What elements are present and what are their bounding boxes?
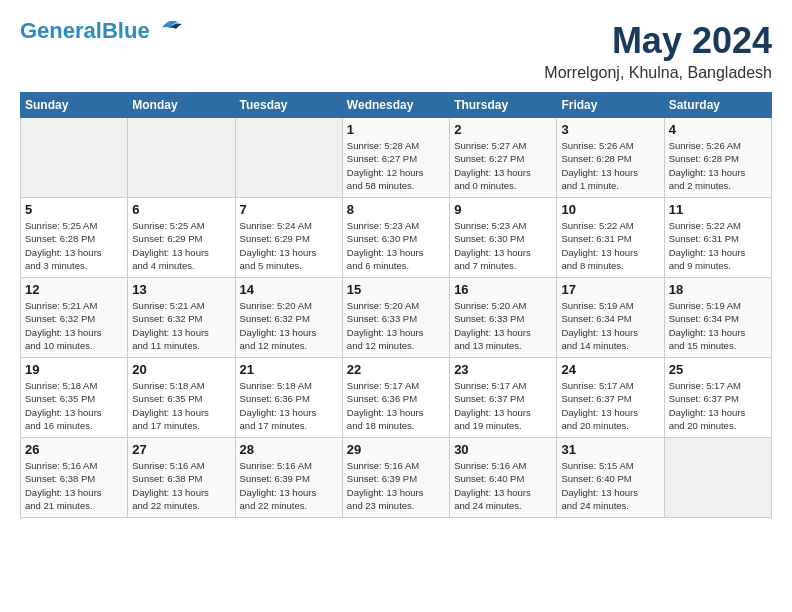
day-number: 19 [25,362,123,377]
calendar-cell: 24Sunrise: 5:17 AM Sunset: 6:37 PM Dayli… [557,358,664,438]
calendar-cell: 14Sunrise: 5:20 AM Sunset: 6:32 PM Dayli… [235,278,342,358]
day-number: 5 [25,202,123,217]
day-info: Sunrise: 5:16 AM Sunset: 6:38 PM Dayligh… [132,459,230,512]
day-number: 3 [561,122,659,137]
calendar-cell: 12Sunrise: 5:21 AM Sunset: 6:32 PM Dayli… [21,278,128,358]
calendar-cell: 25Sunrise: 5:17 AM Sunset: 6:37 PM Dayli… [664,358,771,438]
calendar-cell: 27Sunrise: 5:16 AM Sunset: 6:38 PM Dayli… [128,438,235,518]
day-info: Sunrise: 5:19 AM Sunset: 6:34 PM Dayligh… [561,299,659,352]
calendar-cell: 3Sunrise: 5:26 AM Sunset: 6:28 PM Daylig… [557,118,664,198]
calendar-cell: 18Sunrise: 5:19 AM Sunset: 6:34 PM Dayli… [664,278,771,358]
day-info: Sunrise: 5:17 AM Sunset: 6:37 PM Dayligh… [669,379,767,432]
day-info: Sunrise: 5:15 AM Sunset: 6:40 PM Dayligh… [561,459,659,512]
calendar-table: SundayMondayTuesdayWednesdayThursdayFrid… [20,92,772,518]
day-number: 10 [561,202,659,217]
day-info: Sunrise: 5:17 AM Sunset: 6:37 PM Dayligh… [454,379,552,432]
calendar-cell [664,438,771,518]
calendar-cell: 6Sunrise: 5:25 AM Sunset: 6:29 PM Daylig… [128,198,235,278]
calendar-cell: 10Sunrise: 5:22 AM Sunset: 6:31 PM Dayli… [557,198,664,278]
calendar-body: 1Sunrise: 5:28 AM Sunset: 6:27 PM Daylig… [21,118,772,518]
day-number: 2 [454,122,552,137]
day-info: Sunrise: 5:23 AM Sunset: 6:30 PM Dayligh… [454,219,552,272]
day-info: Sunrise: 5:21 AM Sunset: 6:32 PM Dayligh… [132,299,230,352]
day-info: Sunrise: 5:17 AM Sunset: 6:37 PM Dayligh… [561,379,659,432]
location: Morrelgonj, Khulna, Bangladesh [544,64,772,82]
calendar-header-row: SundayMondayTuesdayWednesdayThursdayFrid… [21,93,772,118]
calendar-cell: 5Sunrise: 5:25 AM Sunset: 6:28 PM Daylig… [21,198,128,278]
month-year: May 2024 [544,20,772,62]
day-info: Sunrise: 5:24 AM Sunset: 6:29 PM Dayligh… [240,219,338,272]
column-header-sunday: Sunday [21,93,128,118]
column-header-tuesday: Tuesday [235,93,342,118]
day-number: 30 [454,442,552,457]
day-number: 28 [240,442,338,457]
calendar-cell: 1Sunrise: 5:28 AM Sunset: 6:27 PM Daylig… [342,118,449,198]
day-number: 29 [347,442,445,457]
column-header-friday: Friday [557,93,664,118]
calendar-cell: 4Sunrise: 5:26 AM Sunset: 6:28 PM Daylig… [664,118,771,198]
day-info: Sunrise: 5:16 AM Sunset: 6:40 PM Dayligh… [454,459,552,512]
day-number: 8 [347,202,445,217]
day-number: 16 [454,282,552,297]
calendar-cell: 30Sunrise: 5:16 AM Sunset: 6:40 PM Dayli… [450,438,557,518]
calendar-cell: 9Sunrise: 5:23 AM Sunset: 6:30 PM Daylig… [450,198,557,278]
header: GeneralBlue May 2024 Morrelgonj, Khulna,… [20,20,772,82]
day-number: 9 [454,202,552,217]
day-info: Sunrise: 5:18 AM Sunset: 6:36 PM Dayligh… [240,379,338,432]
day-info: Sunrise: 5:27 AM Sunset: 6:27 PM Dayligh… [454,139,552,192]
day-number: 23 [454,362,552,377]
day-number: 1 [347,122,445,137]
day-number: 24 [561,362,659,377]
calendar-cell: 7Sunrise: 5:24 AM Sunset: 6:29 PM Daylig… [235,198,342,278]
logo: GeneralBlue [20,20,184,42]
calendar-cell [128,118,235,198]
calendar-week-row: 26Sunrise: 5:16 AM Sunset: 6:38 PM Dayli… [21,438,772,518]
calendar-cell: 26Sunrise: 5:16 AM Sunset: 6:38 PM Dayli… [21,438,128,518]
day-info: Sunrise: 5:28 AM Sunset: 6:27 PM Dayligh… [347,139,445,192]
calendar-week-row: 5Sunrise: 5:25 AM Sunset: 6:28 PM Daylig… [21,198,772,278]
day-info: Sunrise: 5:25 AM Sunset: 6:28 PM Dayligh… [25,219,123,272]
day-info: Sunrise: 5:20 AM Sunset: 6:33 PM Dayligh… [454,299,552,352]
calendar-cell: 28Sunrise: 5:16 AM Sunset: 6:39 PM Dayli… [235,438,342,518]
day-number: 7 [240,202,338,217]
column-header-saturday: Saturday [664,93,771,118]
day-number: 11 [669,202,767,217]
calendar-cell: 11Sunrise: 5:22 AM Sunset: 6:31 PM Dayli… [664,198,771,278]
calendar-cell: 20Sunrise: 5:18 AM Sunset: 6:35 PM Dayli… [128,358,235,438]
column-header-monday: Monday [128,93,235,118]
calendar-cell: 29Sunrise: 5:16 AM Sunset: 6:39 PM Dayli… [342,438,449,518]
calendar-cell: 21Sunrise: 5:18 AM Sunset: 6:36 PM Dayli… [235,358,342,438]
day-info: Sunrise: 5:18 AM Sunset: 6:35 PM Dayligh… [25,379,123,432]
day-number: 22 [347,362,445,377]
day-number: 25 [669,362,767,377]
day-number: 6 [132,202,230,217]
day-info: Sunrise: 5:26 AM Sunset: 6:28 PM Dayligh… [561,139,659,192]
day-number: 14 [240,282,338,297]
title-area: May 2024 Morrelgonj, Khulna, Bangladesh [544,20,772,82]
day-info: Sunrise: 5:23 AM Sunset: 6:30 PM Dayligh… [347,219,445,272]
calendar-cell: 13Sunrise: 5:21 AM Sunset: 6:32 PM Dayli… [128,278,235,358]
day-info: Sunrise: 5:16 AM Sunset: 6:39 PM Dayligh… [240,459,338,512]
day-number: 13 [132,282,230,297]
day-number: 15 [347,282,445,297]
day-number: 27 [132,442,230,457]
day-number: 31 [561,442,659,457]
calendar-cell [235,118,342,198]
day-info: Sunrise: 5:22 AM Sunset: 6:31 PM Dayligh… [561,219,659,272]
calendar-cell: 17Sunrise: 5:19 AM Sunset: 6:34 PM Dayli… [557,278,664,358]
day-info: Sunrise: 5:19 AM Sunset: 6:34 PM Dayligh… [669,299,767,352]
calendar-cell: 19Sunrise: 5:18 AM Sunset: 6:35 PM Dayli… [21,358,128,438]
day-info: Sunrise: 5:25 AM Sunset: 6:29 PM Dayligh… [132,219,230,272]
calendar-cell: 31Sunrise: 5:15 AM Sunset: 6:40 PM Dayli… [557,438,664,518]
day-number: 12 [25,282,123,297]
day-number: 20 [132,362,230,377]
day-info: Sunrise: 5:26 AM Sunset: 6:28 PM Dayligh… [669,139,767,192]
calendar-week-row: 12Sunrise: 5:21 AM Sunset: 6:32 PM Dayli… [21,278,772,358]
column-header-thursday: Thursday [450,93,557,118]
day-info: Sunrise: 5:21 AM Sunset: 6:32 PM Dayligh… [25,299,123,352]
bird-icon [152,16,184,38]
calendar-week-row: 1Sunrise: 5:28 AM Sunset: 6:27 PM Daylig… [21,118,772,198]
calendar-week-row: 19Sunrise: 5:18 AM Sunset: 6:35 PM Dayli… [21,358,772,438]
calendar-cell: 22Sunrise: 5:17 AM Sunset: 6:36 PM Dayli… [342,358,449,438]
day-info: Sunrise: 5:17 AM Sunset: 6:36 PM Dayligh… [347,379,445,432]
